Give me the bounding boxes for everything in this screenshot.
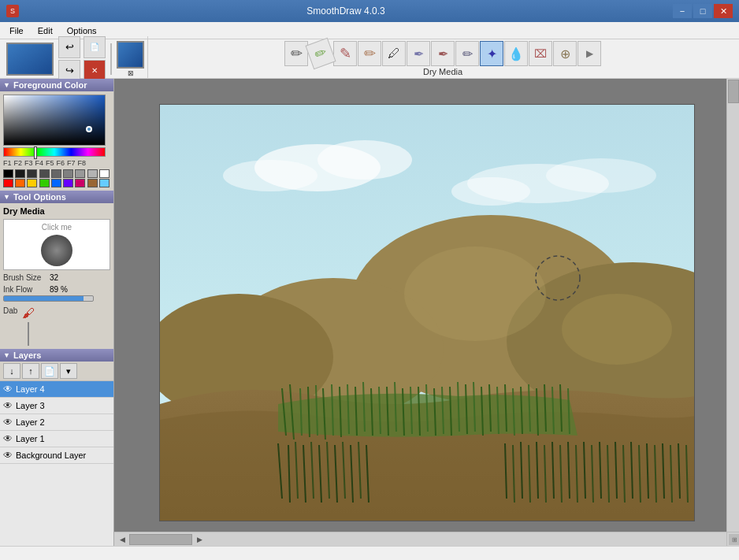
preset-colors-row: F1 F2 F3 F4 F5 F6 F7 F8 <box>3 159 110 167</box>
fg-color-arrow: ▼ <box>3 81 10 89</box>
layers-arrow: ▼ <box>3 351 10 359</box>
swatch-brown[interactable] <box>87 179 98 187</box>
layer-4-eye-icon: 👁 <box>3 384 13 395</box>
color-preview[interactable] <box>6 43 54 76</box>
brush-size-label: Brush Size <box>3 273 46 282</box>
layer-item-1[interactable]: 👁 Layer 1 <box>0 431 113 447</box>
fg-color-header[interactable]: ▼ Foreground Color <box>0 79 113 91</box>
brush-pencil-1[interactable]: ✏ <box>284 41 308 66</box>
toolbar-brushes: ✏ ✏ ✎ ✏ 🖊 ✒ ✒ ✏ ✦ 💧 ⌧ ⊕ ▶ Dry Media <box>150 41 736 76</box>
swatch-black[interactable] <box>3 169 13 178</box>
swatch-green[interactable] <box>39 179 50 187</box>
hue-bar[interactable] <box>3 147 106 157</box>
layers-toolbar: ↓ ↑ 📄 ▾ <box>0 362 113 381</box>
preset-f8[interactable]: F8 <box>78 159 87 167</box>
new-button[interactable]: 📄 <box>84 36 106 58</box>
layer-options-btn[interactable]: ▾ <box>60 363 77 379</box>
brush-preview-area[interactable]: Click me <box>3 219 110 270</box>
restore-button[interactable]: □ <box>693 4 712 18</box>
swatch-5[interactable] <box>63 169 73 178</box>
swatch-pink[interactable] <box>75 179 85 187</box>
close-button[interactable]: ✕ <box>714 4 733 18</box>
swatch-3[interactable] <box>39 169 50 178</box>
layers-section: ▼ Layers ↓ ↑ 📄 ▾ 👁 Layer 4 👁 Layer 3 <box>0 349 113 546</box>
layer-item-2[interactable]: 👁 Layer 2 <box>0 414 113 431</box>
scroll-left-arrow[interactable]: ◀ <box>116 533 128 546</box>
swatch-lightblue[interactable] <box>99 179 110 187</box>
svg-point-6 <box>451 177 530 206</box>
swatch-blue[interactable] <box>51 179 61 187</box>
scrollbar-vertical[interactable] <box>726 79 739 532</box>
brush-star-9[interactable]: ✦ <box>480 41 503 66</box>
canvas-image[interactable] <box>159 104 695 521</box>
tool-options-title: Tool Options <box>13 192 66 202</box>
layer-1-eye-icon: 👁 <box>3 433 13 444</box>
swatch-purple[interactable] <box>63 179 73 187</box>
preset-f6[interactable]: F6 <box>57 159 65 167</box>
brush-pencil-4[interactable]: ✏ <box>358 41 381 66</box>
scrollbar-horizontal[interactable]: ◀ ▶ <box>114 532 726 546</box>
preset-f1[interactable]: F1 <box>3 159 12 167</box>
foreground-color-swatch[interactable] <box>117 41 144 69</box>
layer-4-name: Layer 4 <box>16 384 45 394</box>
brush-pen-7[interactable]: ✒ <box>431 41 455 66</box>
swatch-7[interactable] <box>87 169 98 178</box>
preset-f3[interactable]: F3 <box>24 159 33 167</box>
ink-flow-row: Ink Flow 89 % <box>3 285 110 294</box>
brush-eraser-11[interactable]: ⌧ <box>529 41 552 66</box>
layers-header[interactable]: ▼ Layers <box>0 349 113 362</box>
tool-options-content: Dry Media Click me Brush Size 32 Ink Flo… <box>0 203 113 349</box>
menu-file[interactable]: File <box>3 24 30 37</box>
swatch-6[interactable] <box>75 169 85 178</box>
layer-bg-eye-icon: 👁 <box>3 450 13 461</box>
swatch-2[interactable] <box>27 169 37 178</box>
dab-label: Dab <box>3 306 17 315</box>
preset-f4[interactable]: F4 <box>35 159 44 167</box>
svg-point-11 <box>404 247 546 341</box>
swatch-red[interactable] <box>3 179 13 187</box>
brush-pen-5[interactable]: 🖊 <box>382 41 406 66</box>
undo-button[interactable]: ↩ <box>58 36 80 58</box>
swatch-1[interactable] <box>15 169 25 178</box>
swatch-orange[interactable] <box>15 179 25 187</box>
svg-point-2 <box>318 140 412 180</box>
color-gradient[interactable] <box>3 95 106 146</box>
swatch-white[interactable] <box>99 169 110 178</box>
brush-pencil-2[interactable]: ✏ <box>305 38 336 69</box>
statusbar <box>0 546 739 560</box>
hue-indicator <box>34 146 37 159</box>
layer-item-4[interactable]: 👁 Layer 4 <box>0 381 113 398</box>
brush-arrow-right[interactable]: ▶ <box>577 41 601 66</box>
layer-move-up-btn[interactable]: ↑ <box>22 363 39 379</box>
minimize-button[interactable]: − <box>673 4 692 18</box>
brush-pen-6[interactable]: ✒ <box>407 41 430 66</box>
brush-water-10[interactable]: 💧 <box>504 41 528 66</box>
menu-options[interactable]: Options <box>61 24 103 37</box>
scroll-thumb-horizontal[interactable] <box>129 534 192 545</box>
ink-flow-bar[interactable] <box>3 295 94 302</box>
titlebar: S SmoothDraw 4.0.3 − □ ✕ <box>0 0 739 22</box>
tool-options-header[interactable]: ▼ Tool Options <box>0 191 113 203</box>
brush-pencil-3[interactable]: ✎ <box>333 41 357 66</box>
brush-pen-8[interactable]: ✏ <box>455 41 479 66</box>
ink-flow-label: Ink Flow <box>3 285 46 294</box>
layer-2-eye-icon: 👁 <box>3 417 13 428</box>
preset-f5[interactable]: F5 <box>46 159 54 167</box>
swatch-yellow[interactable] <box>27 179 37 187</box>
preset-f2[interactable]: F2 <box>14 159 23 167</box>
brush-size-row: Brush Size 32 <box>3 273 110 282</box>
layer-add-btn[interactable]: 📄 <box>41 363 58 379</box>
brush-special-12[interactable]: ⊕ <box>553 41 577 66</box>
scroll-right-arrow[interactable]: ▶ <box>193 533 206 546</box>
layer-item-3[interactable]: 👁 Layer 3 <box>0 398 113 414</box>
layer-move-down-btn[interactable]: ↓ <box>3 363 20 379</box>
toolbar-left: ↩ ↪ 📄 ✕ ⊠ <box>3 36 148 82</box>
swatch-4[interactable] <box>51 169 61 178</box>
scroll-thumb-vertical[interactable] <box>728 80 739 103</box>
preset-f7[interactable]: F7 <box>67 159 76 167</box>
layer-item-bg[interactable]: 👁 Background Layer <box>0 447 113 464</box>
canvas-area[interactable]: ◀ ▶ ⊞ <box>114 79 739 546</box>
menu-edit[interactable]: Edit <box>32 24 59 37</box>
svg-point-12 <box>562 294 672 365</box>
toolbar-label: Dry Media <box>423 67 462 76</box>
